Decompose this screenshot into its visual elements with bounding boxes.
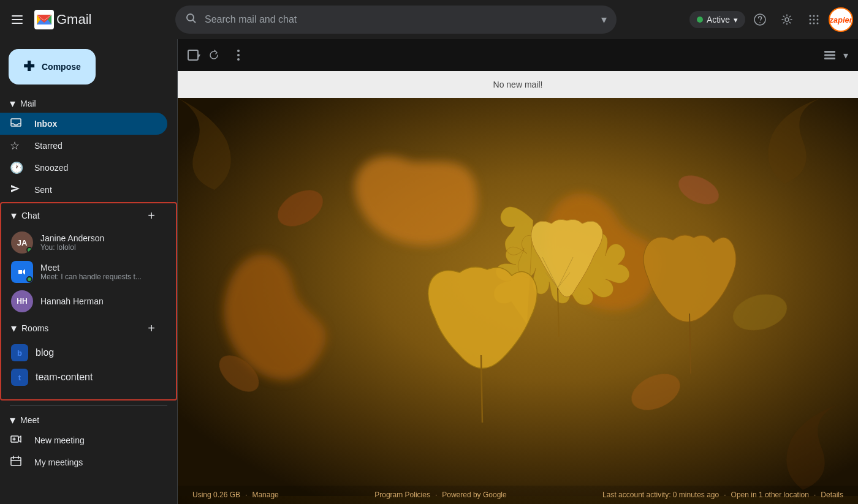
- svg-point-16: [817, 23, 819, 24]
- menu-button[interactable]: [5, 7, 29, 32]
- chat-add-button[interactable]: +: [142, 206, 161, 225]
- chat-item-janine[interactable]: JA Janine Anderson You: lololol: [1, 228, 166, 257]
- content-area: ▾ ▾: [178, 39, 858, 504]
- manage-link[interactable]: Manage: [252, 491, 278, 499]
- no-mail-text: No new mail!: [493, 80, 543, 89]
- blog-room-icon: b: [11, 344, 28, 361]
- chat-section-box: ▾ Chat + JA Janine Anderson You: lololol: [0, 202, 177, 401]
- storage-text: Using 0.26 GB: [192, 491, 240, 499]
- rooms-chevron-icon: ▾: [11, 322, 17, 335]
- sent-label: Sent: [34, 185, 52, 195]
- svg-point-7: [785, 18, 789, 21]
- new-meeting-icon: [10, 433, 25, 448]
- gmail-logo[interactable]: Gmail: [34, 10, 91, 29]
- status-label: Active: [707, 15, 730, 24]
- meet-info: Meet Meet: I can handle requests t...: [40, 263, 161, 281]
- background-area: Using 0.26 GB · Manage Program Policies …: [178, 98, 858, 504]
- footer-bar: Using 0.26 GB · Manage Program Policies …: [178, 486, 858, 504]
- janine-status-dot: [26, 247, 32, 253]
- chat-section-header[interactable]: ▾ Chat +: [1, 203, 166, 228]
- rooms-section-header[interactable]: ▾ Rooms +: [1, 316, 166, 340]
- footer-separator-1: ·: [245, 491, 247, 499]
- footer-left: Using 0.26 GB · Manage: [192, 491, 279, 499]
- open-location-link[interactable]: Open in 1 other location: [731, 491, 809, 499]
- no-mail-banner: No new mail!: [178, 71, 858, 98]
- meet-section-header[interactable]: ▾ Meet: [0, 411, 167, 429]
- app-header: Gmail ▾ Active ▾: [0, 0, 858, 39]
- sidebar-item-new-meeting[interactable]: New meeting: [0, 429, 167, 451]
- program-policies-link[interactable]: Program Policies: [374, 491, 430, 499]
- svg-rect-26: [824, 58, 835, 59]
- svg-rect-0: [12, 15, 23, 17]
- footer-separator-2: ·: [435, 491, 437, 499]
- sidebar-item-snoozed[interactable]: 🕐 Snoozed: [0, 157, 167, 179]
- compose-button[interactable]: ✚ Compose: [9, 49, 96, 85]
- meet-name: Meet: [40, 263, 161, 273]
- team-content-room-label: team-content: [36, 372, 93, 383]
- compose-plus-icon: ✚: [23, 59, 34, 75]
- meet-section-chevron-icon: ▾: [10, 413, 15, 427]
- inbox-label: Inbox: [34, 119, 57, 129]
- room-item-blog[interactable]: b blog: [1, 340, 166, 365]
- account-avatar[interactable]: zapier: [829, 7, 853, 32]
- sidebar-item-inbox[interactable]: Inbox: [0, 113, 167, 135]
- more-options-button[interactable]: [227, 44, 249, 66]
- last-activity-text: Last account activity: 0 minutes ago: [602, 491, 719, 499]
- select-dropdown-icon[interactable]: ▾: [197, 52, 200, 59]
- svg-point-6: [759, 22, 761, 23]
- svg-rect-1: [12, 19, 23, 20]
- select-all-wrap[interactable]: ▾: [188, 50, 200, 61]
- settings-button[interactable]: [775, 7, 799, 32]
- help-button[interactable]: [748, 7, 772, 32]
- powered-text: Powered by Google: [442, 491, 506, 499]
- details-link[interactable]: Details: [821, 491, 843, 499]
- sidebar: ✚ Compose ▾ Mail Inbox ☆ Starred 🕐 Snooz…: [0, 39, 178, 504]
- meet-avatar: [11, 261, 33, 283]
- gmail-title: Gmail: [56, 12, 91, 28]
- svg-point-8: [810, 15, 811, 17]
- starred-icon: ☆: [10, 139, 25, 152]
- svg-point-23: [237, 58, 240, 61]
- svg-rect-24: [824, 51, 835, 53]
- search-dropdown-icon[interactable]: ▾: [601, 13, 607, 26]
- chat-item-meet[interactable]: Meet Meet: I can handle requests t...: [1, 257, 166, 287]
- room-item-team-content[interactable]: t team-content: [1, 365, 166, 389]
- footer-center: Program Policies · Powered by Google: [374, 491, 506, 499]
- svg-point-14: [810, 23, 811, 24]
- mail-section-header[interactable]: ▾ Mail: [0, 94, 167, 113]
- sidebar-item-starred[interactable]: ☆ Starred: [0, 135, 167, 157]
- footer-separator-4: ·: [814, 491, 816, 499]
- svg-point-9: [813, 15, 815, 17]
- chat-chevron-icon: ▾: [11, 209, 17, 222]
- header-right: Active ▾ zapier: [689, 7, 853, 32]
- meet-status-dot: [26, 276, 32, 282]
- sidebar-item-my-meetings[interactable]: My meetings: [0, 451, 167, 473]
- hannah-avatar: HH: [11, 290, 33, 312]
- apps-button[interactable]: [802, 7, 826, 32]
- refresh-button[interactable]: [203, 44, 225, 66]
- view-toggle-button[interactable]: [819, 44, 841, 66]
- rooms-section-title: Rooms: [21, 323, 142, 333]
- status-button[interactable]: Active ▾: [689, 11, 745, 28]
- zapier-logo: zapier: [829, 8, 852, 31]
- search-input[interactable]: [205, 14, 594, 25]
- mail-chevron-icon: ▾: [10, 97, 15, 110]
- blog-room-label: blog: [36, 347, 54, 358]
- leaves-svg: [178, 98, 858, 496]
- my-meetings-icon: [10, 455, 25, 470]
- rooms-add-button[interactable]: +: [142, 318, 161, 338]
- sent-icon: [10, 183, 25, 197]
- chat-section-title: Chat: [21, 211, 142, 220]
- toolbar-right: ▾: [819, 44, 848, 66]
- snoozed-icon: 🕐: [10, 161, 25, 175]
- hannah-info: Hannah Herman: [40, 296, 161, 306]
- hannah-name: Hannah Herman: [40, 296, 161, 306]
- janine-info: Janine Anderson You: lololol: [40, 233, 161, 252]
- sidebar-item-sent[interactable]: Sent: [0, 179, 167, 201]
- svg-rect-25: [824, 55, 835, 56]
- team-content-room-icon: t: [11, 369, 28, 386]
- new-meeting-label: New meeting: [34, 435, 85, 445]
- sidebar-divider: [10, 405, 167, 406]
- view-dropdown-icon[interactable]: ▾: [843, 50, 848, 61]
- chat-item-hannah[interactable]: HH Hannah Herman: [1, 287, 166, 316]
